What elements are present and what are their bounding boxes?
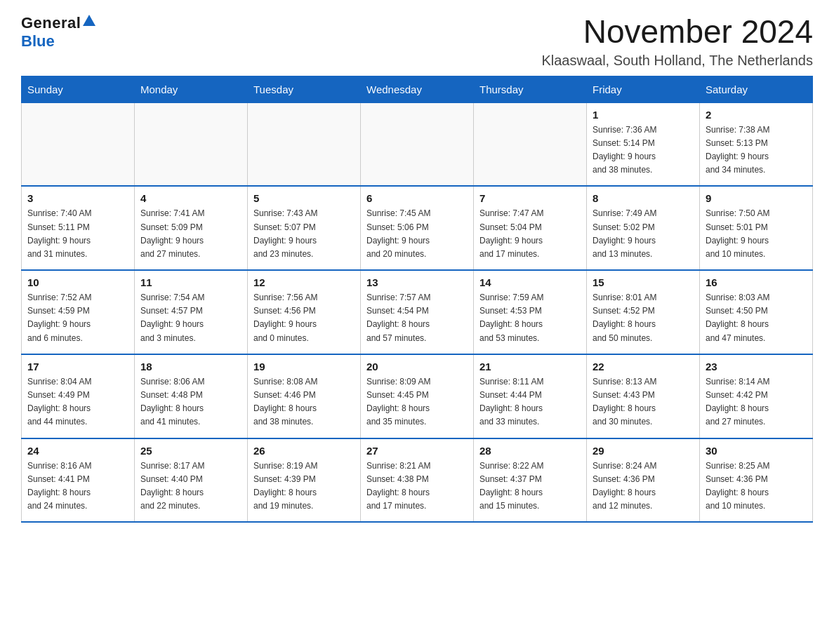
calendar-header-monday: Monday [135,76,248,102]
logo-triangle-icon [83,15,95,26]
day-number: 15 [593,276,694,288]
calendar-cell: 16Sunrise: 8:03 AMSunset: 4:50 PMDayligh… [700,270,813,354]
day-number: 23 [706,361,807,373]
day-info: Sunrise: 7:47 AMSunset: 5:04 PMDaylight:… [479,207,581,261]
day-info: Sunrise: 8:17 AMSunset: 4:40 PMDaylight:… [140,459,241,514]
day-info: Sunrise: 7:57 AMSunset: 4:54 PMDaylight:… [366,291,468,345]
day-info: Sunrise: 7:45 AMSunset: 5:06 PMDaylight:… [366,207,468,261]
page-header: General Blue November 2024 Klaaswaal, So… [21,14,813,69]
calendar-cell [135,102,248,186]
day-number: 5 [253,192,355,204]
calendar-cell: 20Sunrise: 8:09 AMSunset: 4:45 PMDayligh… [361,354,474,438]
day-info: Sunrise: 7:36 AMSunset: 5:14 PMDaylight:… [593,123,694,177]
calendar-week-row: 24Sunrise: 8:16 AMSunset: 4:41 PMDayligh… [22,438,813,523]
day-info: Sunrise: 8:16 AMSunset: 4:41 PMDaylight:… [27,459,128,514]
day-info: Sunrise: 7:43 AMSunset: 5:07 PMDaylight:… [253,207,355,261]
logo: General Blue [21,14,95,51]
calendar-header-sunday: Sunday [22,76,135,102]
location-subtitle: Klaaswaal, South Holland, The Netherland… [541,53,813,69]
calendar-cell: 15Sunrise: 8:01 AMSunset: 4:52 PMDayligh… [587,270,700,354]
day-number: 7 [479,192,581,204]
calendar-week-row: 3Sunrise: 7:40 AMSunset: 5:11 PMDaylight… [22,186,813,270]
logo-general-text: General [21,14,81,32]
day-info: Sunrise: 8:24 AMSunset: 4:36 PMDaylight:… [593,459,694,514]
day-info: Sunrise: 7:41 AMSunset: 5:09 PMDaylight:… [140,207,241,261]
title-section: November 2024 Klaaswaal, South Holland, … [541,14,813,69]
day-info: Sunrise: 8:22 AMSunset: 4:37 PMDaylight:… [479,459,581,514]
day-number: 13 [366,276,468,288]
calendar-cell: 7Sunrise: 7:47 AMSunset: 5:04 PMDaylight… [474,186,587,270]
day-number: 20 [366,361,468,373]
calendar-cell: 26Sunrise: 8:19 AMSunset: 4:39 PMDayligh… [248,438,361,523]
calendar-header-row: SundayMondayTuesdayWednesdayThursdayFrid… [22,76,813,102]
calendar-cell: 9Sunrise: 7:50 AMSunset: 5:01 PMDaylight… [700,186,813,270]
calendar-header-saturday: Saturday [700,76,813,102]
day-number: 26 [253,445,355,457]
calendar-cell [361,102,474,186]
calendar-cell: 10Sunrise: 7:52 AMSunset: 4:59 PMDayligh… [22,270,135,354]
calendar-table: SundayMondayTuesdayWednesdayThursdayFrid… [21,76,813,523]
calendar-cell: 22Sunrise: 8:13 AMSunset: 4:43 PMDayligh… [587,354,700,438]
day-number: 27 [366,445,468,457]
day-number: 29 [593,445,694,457]
day-number: 4 [140,192,241,204]
day-info: Sunrise: 8:09 AMSunset: 4:45 PMDaylight:… [366,375,468,429]
calendar-cell: 21Sunrise: 8:11 AMSunset: 4:44 PMDayligh… [474,354,587,438]
calendar-cell: 27Sunrise: 8:21 AMSunset: 4:38 PMDayligh… [361,438,474,523]
day-number: 1 [593,109,694,121]
calendar-cell: 29Sunrise: 8:24 AMSunset: 4:36 PMDayligh… [587,438,700,523]
day-info: Sunrise: 8:25 AMSunset: 4:36 PMDaylight:… [706,459,807,514]
day-info: Sunrise: 7:56 AMSunset: 4:56 PMDaylight:… [253,291,355,345]
day-number: 10 [27,276,128,288]
calendar-cell: 12Sunrise: 7:56 AMSunset: 4:56 PMDayligh… [248,270,361,354]
calendar-cell: 3Sunrise: 7:40 AMSunset: 5:11 PMDaylight… [22,186,135,270]
calendar-cell: 4Sunrise: 7:41 AMSunset: 5:09 PMDaylight… [135,186,248,270]
day-info: Sunrise: 8:01 AMSunset: 4:52 PMDaylight:… [593,291,694,345]
day-number: 19 [253,361,355,373]
day-info: Sunrise: 8:03 AMSunset: 4:50 PMDaylight:… [706,291,807,345]
calendar-cell: 18Sunrise: 8:06 AMSunset: 4:48 PMDayligh… [135,354,248,438]
day-info: Sunrise: 7:38 AMSunset: 5:13 PMDaylight:… [706,123,807,177]
calendar-cell [474,102,587,186]
calendar-cell: 25Sunrise: 8:17 AMSunset: 4:40 PMDayligh… [135,438,248,523]
day-number: 8 [593,192,694,204]
day-number: 17 [27,361,128,373]
day-info: Sunrise: 8:08 AMSunset: 4:46 PMDaylight:… [253,375,355,429]
day-info: Sunrise: 8:06 AMSunset: 4:48 PMDaylight:… [140,375,241,429]
calendar-cell [22,102,135,186]
calendar-cell: 8Sunrise: 7:49 AMSunset: 5:02 PMDaylight… [587,186,700,270]
calendar-cell: 13Sunrise: 7:57 AMSunset: 4:54 PMDayligh… [361,270,474,354]
calendar-cell: 17Sunrise: 8:04 AMSunset: 4:49 PMDayligh… [22,354,135,438]
calendar-cell: 23Sunrise: 8:14 AMSunset: 4:42 PMDayligh… [700,354,813,438]
day-info: Sunrise: 7:50 AMSunset: 5:01 PMDaylight:… [706,207,807,261]
day-number: 3 [27,192,128,204]
day-info: Sunrise: 7:40 AMSunset: 5:11 PMDaylight:… [27,207,128,261]
day-number: 16 [706,276,807,288]
calendar-cell: 5Sunrise: 7:43 AMSunset: 5:07 PMDaylight… [248,186,361,270]
day-number: 11 [140,276,241,288]
day-info: Sunrise: 7:49 AMSunset: 5:02 PMDaylight:… [593,207,694,261]
day-number: 22 [593,361,694,373]
day-number: 6 [366,192,468,204]
calendar-cell [248,102,361,186]
calendar-header-thursday: Thursday [474,76,587,102]
calendar-cell: 19Sunrise: 8:08 AMSunset: 4:46 PMDayligh… [248,354,361,438]
day-number: 28 [479,445,581,457]
calendar-week-row: 17Sunrise: 8:04 AMSunset: 4:49 PMDayligh… [22,354,813,438]
calendar-cell: 24Sunrise: 8:16 AMSunset: 4:41 PMDayligh… [22,438,135,523]
day-number: 18 [140,361,241,373]
calendar-week-row: 1Sunrise: 7:36 AMSunset: 5:14 PMDaylight… [22,102,813,186]
day-info: Sunrise: 8:21 AMSunset: 4:38 PMDaylight:… [366,459,468,514]
logo-blue-text: Blue [21,32,55,51]
day-number: 25 [140,445,241,457]
day-number: 24 [27,445,128,457]
calendar-header-friday: Friday [587,76,700,102]
day-info: Sunrise: 7:52 AMSunset: 4:59 PMDaylight:… [27,291,128,345]
day-info: Sunrise: 7:54 AMSunset: 4:57 PMDaylight:… [140,291,241,345]
calendar-cell: 2Sunrise: 7:38 AMSunset: 5:13 PMDaylight… [700,102,813,186]
day-number: 9 [706,192,807,204]
calendar-cell: 30Sunrise: 8:25 AMSunset: 4:36 PMDayligh… [700,438,813,523]
day-number: 30 [706,445,807,457]
day-info: Sunrise: 8:19 AMSunset: 4:39 PMDaylight:… [253,459,355,514]
calendar-header-wednesday: Wednesday [361,76,474,102]
